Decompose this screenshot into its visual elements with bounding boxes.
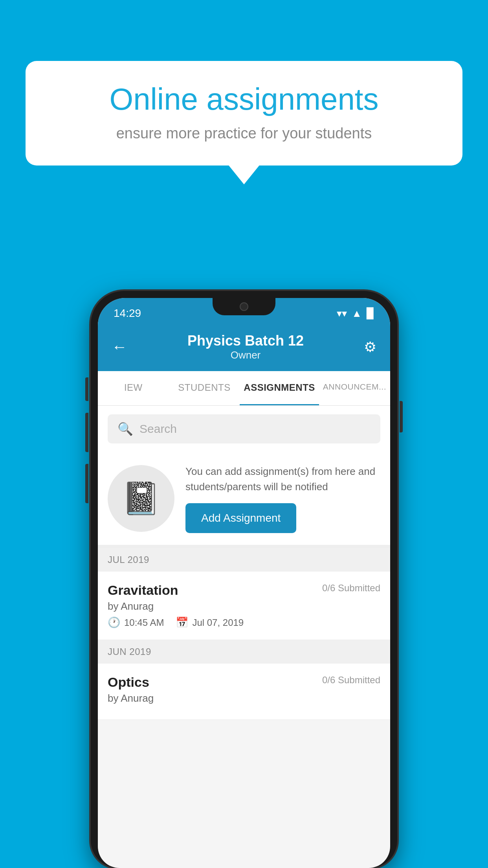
speech-bubble: Online assignments ensure more practice … <box>26 61 462 166</box>
phone-notch <box>213 298 275 315</box>
assignment-submitted: 0/6 Submitted <box>322 583 380 594</box>
content-area: 🔍 Search 📓 You can add assignment(s) fro… <box>98 406 390 720</box>
power-button <box>400 401 403 432</box>
promo-icon-circle: 📓 <box>108 465 174 532</box>
assignment-meta: 🕐 10:45 AM 📅 Jul 07, 2019 <box>108 616 380 629</box>
month-separator-jun: JUN 2019 <box>98 640 390 664</box>
add-assignment-button[interactable]: Add Assignment <box>185 503 296 533</box>
speech-bubble-subtitle: ensure more practice for your students <box>53 125 435 142</box>
search-icon: 🔍 <box>117 421 133 436</box>
speech-bubble-title: Online assignments <box>53 83 435 116</box>
assignment-row1-optics: Optics 0/6 Submitted <box>108 675 380 690</box>
tab-announcements[interactable]: ANNOUNCEM... <box>319 371 390 405</box>
calendar-icon: 📅 <box>176 616 188 629</box>
phone-frame-wrapper: 14:29 ▾▾ ▲ ▉ ← Physics Batch 12 Owner ⚙ … <box>91 291 397 868</box>
assignment-date: 📅 Jul 07, 2019 <box>176 616 244 629</box>
settings-button[interactable]: ⚙ <box>364 339 376 355</box>
tab-assignments[interactable]: ASSIGNMENTS <box>240 371 319 405</box>
assignment-item-optics[interactable]: Optics 0/6 Submitted by Anurag <box>98 664 390 720</box>
speech-bubble-area: Online assignments ensure more practice … <box>26 61 462 166</box>
assignment-time: 🕐 10:45 AM <box>108 616 164 629</box>
wifi-icon: ▾▾ <box>337 307 347 320</box>
search-placeholder-text: Search <box>139 422 177 436</box>
promo-text-area: You can add assignment(s) from here and … <box>185 464 380 533</box>
clock-icon: 🕐 <box>108 616 120 629</box>
volume-silent-button <box>85 377 88 401</box>
assignment-item-gravitation[interactable]: Gravitation 0/6 Submitted by Anurag 🕐 10… <box>98 572 390 640</box>
volume-up-button <box>85 413 88 452</box>
batch-title: Physics Batch 12 <box>187 333 304 349</box>
back-button[interactable]: ← <box>112 338 127 356</box>
status-icons: ▾▾ ▲ ▉ <box>337 307 374 320</box>
phone-screen: 14:29 ▾▾ ▲ ▉ ← Physics Batch 12 Owner ⚙ … <box>98 298 390 868</box>
camera-dot <box>240 302 248 311</box>
notebook-icon: 📓 <box>121 480 161 517</box>
app-header: ← Physics Batch 12 Owner ⚙ <box>98 325 390 371</box>
tabs-bar: IEW STUDENTS ASSIGNMENTS ANNOUNCEM... <box>98 371 390 406</box>
status-time: 14:29 <box>114 307 141 320</box>
search-bar-wrap: 🔍 Search <box>98 406 390 452</box>
assignment-by-optics: by Anurag <box>108 692 380 704</box>
header-title-area: Physics Batch 12 Owner <box>187 333 304 361</box>
phone-frame: 14:29 ▾▾ ▲ ▉ ← Physics Batch 12 Owner ⚙ … <box>91 291 397 868</box>
battery-icon: ▉ <box>367 307 374 320</box>
tab-students[interactable]: STUDENTS <box>169 371 240 405</box>
assignment-by: by Anurag <box>108 600 380 612</box>
assignment-row1: Gravitation 0/6 Submitted <box>108 583 380 598</box>
assignment-name: Gravitation <box>108 583 178 598</box>
batch-subtitle: Owner <box>187 349 304 361</box>
promo-description: You can add assignment(s) from here and … <box>185 464 380 495</box>
promo-section: 📓 You can add assignment(s) from here an… <box>98 452 390 548</box>
month-separator-jul: JUL 2019 <box>98 548 390 572</box>
assignment-submitted-optics: 0/6 Submitted <box>322 675 380 686</box>
tab-iew[interactable]: IEW <box>98 371 169 405</box>
assignment-name-optics: Optics <box>108 675 149 690</box>
signal-icon: ▲ <box>352 307 362 320</box>
volume-down-button <box>85 464 88 503</box>
search-bar[interactable]: 🔍 Search <box>108 414 380 443</box>
